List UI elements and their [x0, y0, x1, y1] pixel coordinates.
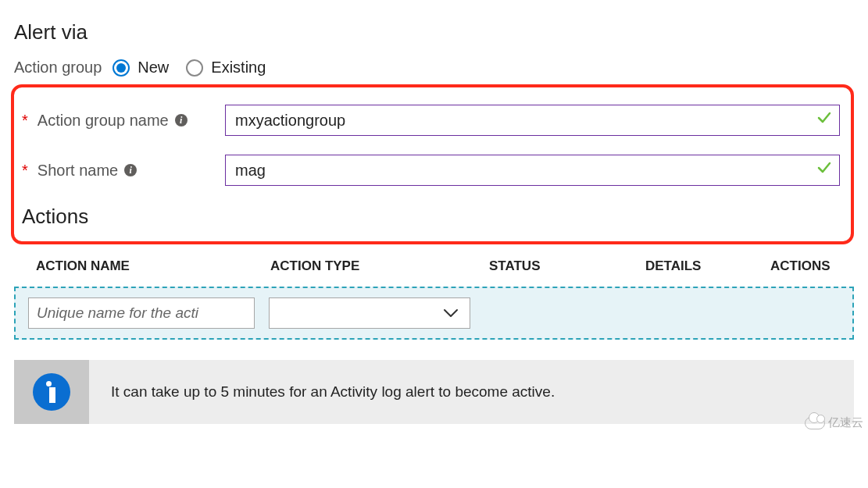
actions-column-headers: ACTION NAME ACTION TYPE STATUS DETAILS A… — [14, 251, 854, 287]
info-circle-icon — [33, 373, 70, 411]
required-star-icon: * — [22, 162, 28, 180]
info-banner-message: It can take up to 5 minutes for an Activ… — [89, 360, 854, 424]
col-action-name: ACTION NAME — [36, 258, 270, 274]
info-icon[interactable]: i — [175, 114, 188, 126]
validation-check-icon — [816, 160, 832, 180]
dropdown-action-type[interactable] — [269, 297, 470, 329]
radio-new-label: New — [138, 59, 169, 77]
radio-existing[interactable]: Existing — [186, 59, 266, 77]
col-actions: ACTIONS — [770, 258, 838, 274]
action-group-radio-row: Action group New Existing — [14, 59, 854, 77]
input-action-name[interactable] — [28, 297, 255, 329]
row-action-group-name: * Action group name i — [22, 105, 840, 136]
radio-circle-icon — [113, 59, 130, 77]
highlight-annotation: * Action group name i * Short name i — [11, 84, 854, 244]
info-icon[interactable]: i — [124, 164, 137, 176]
input-short-name[interactable] — [225, 155, 840, 186]
col-details: DETAILS — [645, 258, 770, 274]
label-action-group-name: Action group name — [38, 112, 169, 130]
label-short-name: Short name — [38, 162, 118, 180]
info-banner-icon-cell — [14, 360, 89, 424]
action-group-label: Action group — [14, 59, 102, 77]
required-star-icon: * — [22, 112, 28, 130]
radio-circle-icon — [186, 59, 203, 77]
action-row-new — [14, 287, 854, 340]
row-short-name: * Short name i — [22, 155, 840, 186]
col-action-type: ACTION TYPE — [270, 258, 489, 274]
input-action-group-name[interactable] — [225, 105, 840, 136]
radio-existing-label: Existing — [211, 59, 266, 77]
col-status: STATUS — [489, 258, 645, 274]
section-title-alert-via: Alert via — [14, 20, 854, 45]
info-banner: It can take up to 5 minutes for an Activ… — [14, 360, 854, 424]
validation-check-icon — [816, 110, 832, 130]
section-title-actions: Actions — [22, 205, 840, 229]
chevron-down-icon — [443, 308, 459, 318]
radio-new[interactable]: New — [113, 59, 169, 77]
